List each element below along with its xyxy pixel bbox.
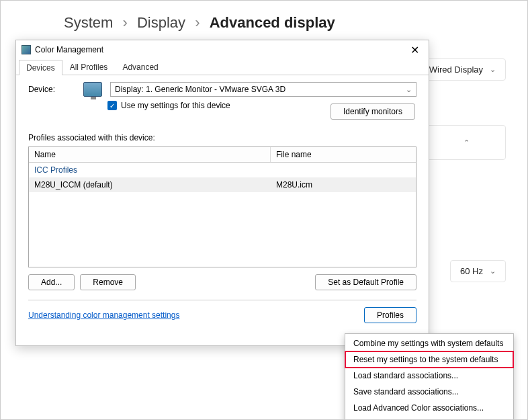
refresh-rate-selector[interactable]: 60 Hz ⌄: [450, 260, 506, 282]
breadcrumb: System › Display › Advanced display: [1, 1, 527, 40]
tab-bar: Devices All Profiles Advanced: [16, 59, 429, 75]
devices-panel: Device: Display: 1. Generic Monitor - VM…: [16, 75, 429, 330]
menu-item[interactable]: Combine my settings with system defaults: [345, 335, 513, 351]
table-row[interactable]: M28U_ICCM (default) M28U.icm: [29, 177, 416, 192]
display-selector[interactable]: Wired Display ⌄: [419, 58, 506, 81]
display-selector-label: Wired Display: [429, 65, 483, 75]
chevron-right-icon: ›: [189, 14, 205, 31]
chevron-down-icon: ⌄: [406, 85, 412, 94]
device-dropdown-value: Display: 1. Generic Monitor - VMware SVG…: [115, 85, 285, 94]
add-button[interactable]: Add...: [28, 274, 75, 290]
refresh-rate-value: 60 Hz: [460, 266, 483, 276]
set-default-profile-button[interactable]: Set as Default Profile: [315, 274, 416, 290]
row-name: M28U_ICCM (default): [29, 177, 271, 192]
menu-item[interactable]: Load standard associations...: [345, 368, 513, 384]
menu-item[interactable]: Save standard associations...: [345, 384, 513, 400]
tab-advanced[interactable]: Advanced: [115, 59, 165, 75]
menu-item[interactable]: Load Advanced Color associations...: [345, 400, 513, 416]
color-management-dialog: Color Management ✕ Devices All Profiles …: [15, 40, 429, 346]
chevron-down-icon: ⌄: [490, 267, 496, 276]
use-settings-label: Use my settings for this device: [121, 101, 230, 110]
col-file[interactable]: File name: [271, 147, 416, 162]
col-name[interactable]: Name: [29, 147, 271, 162]
breadcrumb-display[interactable]: Display: [137, 14, 185, 31]
app-icon: [21, 45, 31, 54]
remove-button[interactable]: Remove: [80, 274, 136, 290]
device-label: Device:: [28, 85, 75, 94]
menu-item[interactable]: Save Advanced Color associations...: [345, 416, 513, 420]
breadcrumb-system[interactable]: System: [64, 14, 113, 31]
use-settings-checkbox[interactable]: ✓: [107, 101, 117, 110]
profiles-associated-label: Profiles associated with this device:: [28, 133, 416, 142]
menu-item[interactable]: Reset my settings to the system defaults: [345, 351, 513, 368]
tab-devices[interactable]: Devices: [19, 60, 62, 75]
close-button[interactable]: ✕: [406, 44, 423, 56]
tab-all-profiles[interactable]: All Profiles: [62, 59, 116, 75]
dialog-title: Color Management: [35, 45, 103, 54]
breadcrumb-advanced-display: Advanced display: [210, 14, 335, 31]
profiles-dropdown-menu: Combine my settings with system defaults…: [345, 333, 514, 420]
profiles-table: Name File name ICC Profiles M28U_ICCM (d…: [28, 146, 416, 267]
monitor-icon: [83, 82, 102, 97]
chevron-up-icon: ⌃: [464, 138, 470, 147]
device-dropdown[interactable]: Display: 1. Generic Monitor - VMware SVG…: [110, 82, 416, 97]
titlebar: Color Management ✕: [16, 40, 429, 59]
understanding-link[interactable]: Understanding color management settings: [28, 310, 179, 320]
profiles-button[interactable]: Profiles: [364, 307, 416, 323]
chevron-down-icon: ⌄: [490, 65, 496, 74]
chevron-right-icon: ›: [117, 14, 132, 31]
divider: [28, 300, 416, 300]
identify-monitors-button[interactable]: Identify monitors: [331, 103, 415, 120]
display-info-card[interactable]: ⌃: [427, 125, 506, 160]
row-file: M28U.icm: [271, 177, 416, 192]
table-header: Name File name: [29, 147, 416, 163]
profile-group: ICC Profiles: [29, 163, 416, 177]
